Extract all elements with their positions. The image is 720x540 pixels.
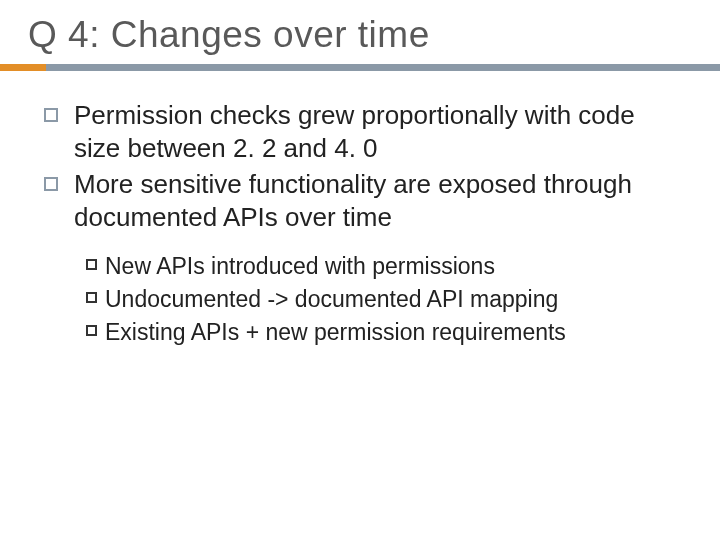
- square-bullet-icon: [86, 325, 97, 336]
- sub-bullet-text: Undocumented -> documented API mapping: [105, 285, 558, 314]
- list-item: Permission checks grew proportionally wi…: [44, 99, 676, 166]
- sub-bullet-text: New APIs introduced with permissions: [105, 252, 495, 281]
- title-underline: [0, 64, 720, 71]
- bullet-text: Permission checks grew proportionally wi…: [74, 99, 676, 166]
- list-item: Undocumented -> documented API mapping: [86, 285, 676, 314]
- content-area: Permission checks grew proportionally wi…: [0, 71, 720, 346]
- sub-bullet-rest: APIs introduced with permissions: [151, 253, 495, 279]
- sub-bullet-rest: -> documented API mapping: [261, 286, 558, 312]
- title-underline-accent: [0, 64, 46, 71]
- list-item: Existing APIs + new permission requireme…: [86, 318, 676, 347]
- square-bullet-icon: [44, 108, 58, 122]
- sub-bullet-rest: APIs + new permission requirements: [186, 319, 566, 345]
- title-area: Q 4: Changes over time: [0, 0, 720, 64]
- sub-list: New APIs introduced with permissions Und…: [44, 236, 676, 346]
- list-item: More sensitive functionality are exposed…: [44, 168, 676, 235]
- slide-title: Q 4: Changes over time: [28, 14, 692, 56]
- square-bullet-icon: [44, 177, 58, 191]
- sub-bullet-lead: Existing: [105, 319, 186, 345]
- bullet-text: More sensitive functionality are exposed…: [74, 168, 676, 235]
- sub-bullet-lead: Undocumented: [105, 286, 261, 312]
- square-bullet-icon: [86, 259, 97, 270]
- sub-bullet-text: Existing APIs + new permission requireme…: [105, 318, 566, 347]
- list-item: New APIs introduced with permissions: [86, 252, 676, 281]
- sub-bullet-lead: New: [105, 253, 151, 279]
- square-bullet-icon: [86, 292, 97, 303]
